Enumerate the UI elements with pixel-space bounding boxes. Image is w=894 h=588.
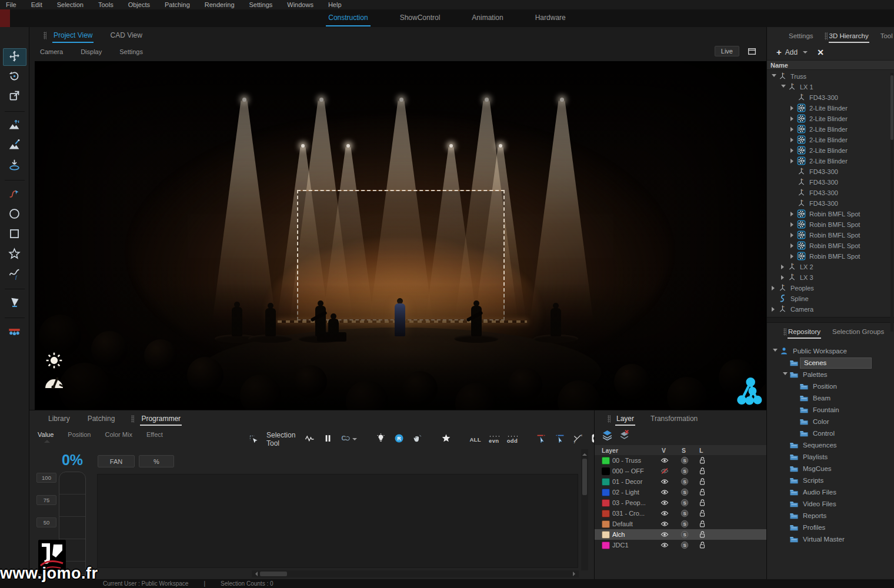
menu-objects[interactable]: Objects [128, 1, 150, 8]
expand-arrow-icon[interactable] [781, 83, 786, 91]
layer-color-swatch[interactable] [602, 499, 610, 507]
select-all-button[interactable]: ALL [469, 433, 481, 445]
curve-tool[interactable]: f [3, 266, 26, 283]
layer-color-swatch[interactable] [602, 457, 610, 465]
hierarchy-item-2-lite-blinder[interactable]: 2-Lite Blinder [767, 135, 894, 145]
hierarchy-item-fd43-300[interactable]: FD43-300 [767, 166, 894, 177]
hierarchy-item-robin-bmfl-spot[interactable]: Robin BMFL Spot [767, 219, 894, 230]
expand-arrow-icon[interactable] [783, 370, 788, 379]
layer-row-default[interactable]: Default S [595, 519, 766, 529]
solo-badge-icon[interactable]: S [675, 477, 692, 486]
hierarchy-item-robin-bmfl-spot[interactable]: Robin BMFL Spot [767, 240, 894, 251]
hierarchy-item-fd43-300[interactable]: FD43-300 [767, 198, 894, 209]
scroll-left-icon[interactable] [253, 572, 258, 576]
add-layer-icon[interactable] [602, 429, 613, 443]
percent-button[interactable]: % [139, 455, 174, 467]
pause-button[interactable] [322, 433, 333, 445]
solo-badge-icon[interactable]: S [675, 467, 692, 475]
menu-settings[interactable]: Settings [249, 1, 273, 8]
sidebar-tab-repository[interactable]: Repository [788, 325, 821, 339]
vertical-scrollbar[interactable] [581, 449, 588, 570]
brightness-sun-icon[interactable] [45, 351, 64, 370]
delete-layer-icon[interactable] [619, 429, 630, 443]
repository-item-position[interactable]: Position [767, 380, 894, 392]
expand-arrow-icon[interactable] [790, 253, 796, 260]
menu-selection[interactable]: Selection [57, 1, 84, 8]
view-tab-project-view[interactable]: Project View [52, 28, 94, 43]
layer-row-000-off[interactable]: 000 -- OFF S [595, 466, 766, 476]
hierarchy-item-lx-1[interactable]: LX 1 [767, 82, 894, 92]
scroll-thumb[interactable] [582, 459, 587, 495]
expand-arrow-icon[interactable] [790, 211, 796, 218]
hierarchy-item-fd43-300[interactable]: FD43-300 [767, 188, 894, 198]
record-button[interactable]: R [393, 433, 404, 445]
expand-arrow-icon[interactable] [790, 126, 796, 133]
prev-selection-button[interactable] [554, 433, 565, 445]
layer-color-swatch[interactable] [602, 542, 610, 549]
hierarchy-item-2-lite-blinder[interactable]: 2-Lite Blinder [767, 156, 894, 166]
visible-eye-icon[interactable] [655, 509, 675, 517]
live-button[interactable]: Live [715, 46, 739, 56]
solo-badge-icon[interactable]: S [675, 488, 692, 496]
swap-xy-button[interactable]: xy [572, 433, 583, 445]
lock-icon[interactable] [692, 467, 715, 475]
hierarchy-item-peoples[interactable]: Peoples [767, 283, 894, 293]
fader-scale-50[interactable]: 50 [36, 517, 56, 527]
hierarchy-item-2-lite-blinder[interactable]: 2-Lite Blinder [767, 103, 894, 113]
clear-options-button[interactable]: C [341, 433, 357, 445]
repository-item-fountain[interactable]: Fountain [767, 404, 894, 416]
highlight-button[interactable] [375, 433, 386, 445]
fan-button[interactable]: FAN [98, 455, 135, 467]
hierarchy-item-camera[interactable]: Camera [767, 304, 894, 315]
mode-tab-camera[interactable]: Camera [40, 48, 63, 55]
next-selection-button[interactable] [536, 433, 546, 445]
maximize-icon[interactable] [747, 46, 757, 55]
layer-color-swatch[interactable] [602, 510, 610, 517]
3d-viewport[interactable] [35, 62, 766, 410]
sidebar-tab-3d-hierarchy[interactable]: 3D Hierarchy [829, 29, 869, 43]
attribute-tab-color-mix[interactable]: Color Mix [105, 431, 132, 438]
hierarchy-item-robin-bmfl-spot[interactable]: Robin BMFL Spot [767, 251, 894, 262]
layer-row-02-light[interactable]: 02 - Light S [595, 487, 766, 497]
spline-tool[interactable] [3, 186, 26, 203]
solo-badge-icon[interactable]: S [675, 499, 692, 507]
solo-badge-icon[interactable]: S [675, 456, 692, 465]
hierarchy-item-lx-3[interactable]: LX 3 [767, 272, 894, 283]
terrain-raise-tool[interactable] [3, 117, 26, 135]
visible-eye-icon[interactable] [655, 499, 675, 507]
menu-windows[interactable]: Windows [287, 1, 313, 8]
lock-icon[interactable] [692, 499, 715, 507]
sidebar-tab-tool[interactable]: Tool [880, 29, 893, 43]
visible-eye-icon[interactable] [655, 520, 675, 528]
expand-arrow-icon[interactable] [790, 242, 796, 249]
layer-tab-transformation[interactable]: Transformation [649, 412, 699, 426]
hierarchy-item-fd43-300[interactable]: FD43-300 [767, 92, 894, 103]
menu-edit[interactable]: Edit [31, 1, 42, 8]
app-icon[interactable] [0, 9, 10, 27]
solo-badge-icon[interactable]: S [675, 530, 692, 539]
programmer-content-area[interactable] [97, 474, 578, 568]
hidden-eye-icon[interactable] [655, 467, 675, 475]
lock-icon[interactable] [692, 520, 715, 528]
view-tab-cad-view[interactable]: CAD View [109, 28, 143, 43]
expand-arrow-icon[interactable] [772, 306, 777, 313]
menu-tools[interactable]: Tools [98, 1, 114, 8]
workspace-tab-animation[interactable]: Animation [469, 11, 505, 26]
expand-arrow-icon[interactable] [773, 347, 778, 355]
truss-hoist-tool[interactable] [3, 323, 26, 341]
attribute-tab-position[interactable]: Position [68, 431, 91, 438]
menu-patching[interactable]: Patching [165, 1, 190, 8]
solo-badge-icon[interactable]: S [675, 541, 692, 549]
sidebar-tab-settings[interactable]: Settings [788, 29, 814, 43]
add-button[interactable]: Add [785, 48, 798, 56]
transform-tool[interactable] [3, 88, 26, 106]
attribute-tab-effect[interactable]: Effect [146, 431, 163, 438]
mode-tab-settings[interactable]: Settings [119, 48, 143, 55]
star-tool[interactable] [3, 246, 26, 263]
visible-eye-icon[interactable] [655, 530, 675, 539]
hierarchy-item-robin-bmfl-spot[interactable]: Robin BMFL Spot [767, 209, 894, 219]
repository-item-playlists[interactable]: Playlists [767, 451, 894, 463]
expand-arrow-icon[interactable] [781, 274, 786, 281]
lock-icon[interactable] [692, 509, 715, 517]
hierarchy-item-fd43-300[interactable]: FD43-300 [767, 177, 894, 188]
